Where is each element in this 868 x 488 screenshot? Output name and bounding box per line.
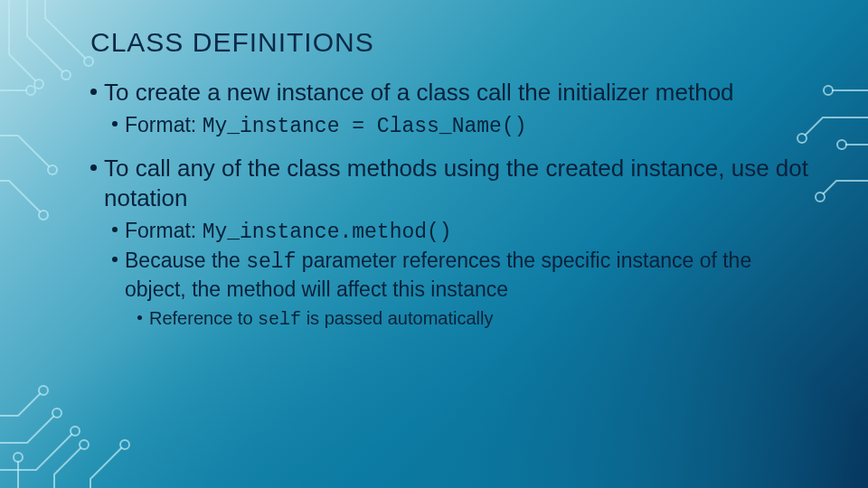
format-label: Format:: [125, 113, 203, 136]
bullet-text: Reference to self is passed automaticall…: [149, 306, 493, 332]
list-item: To call any of the class methods using t…: [90, 154, 814, 333]
bullet-text: Because the self parameter references th…: [125, 247, 814, 304]
code-snippet: self: [258, 309, 301, 330]
format-label: Format:: [125, 219, 203, 242]
svg-point-14: [80, 440, 89, 449]
bullet-icon: [112, 227, 118, 232]
svg-point-12: [39, 386, 48, 395]
text-post: is passed automatically: [301, 308, 493, 328]
bullet-text: Format: My_instance = Class_Name(): [125, 111, 526, 140]
bullet-icon: [90, 164, 97, 171]
bullet-icon: [90, 89, 97, 95]
bullet-text: To create a new instance of a class call…: [104, 78, 734, 108]
bullet-icon: [112, 257, 118, 262]
bullet-icon: [137, 315, 142, 320]
svg-point-13: [14, 453, 23, 462]
list-item: Format: My_instance = Class_Name(): [112, 111, 814, 140]
list-item: Reference to self is passed automaticall…: [137, 306, 814, 332]
bullet-list: To create a new instance of a class call…: [90, 78, 814, 333]
code-snippet: My_instance.method(): [203, 221, 452, 244]
list-item: To create a new instance of a class call…: [90, 78, 814, 141]
bullet-text: Format: My_instance.method(): [125, 217, 452, 246]
bullet-icon: [112, 121, 118, 127]
list-item: Because the self parameter references th…: [112, 247, 814, 333]
bullet-text: To call any of the class methods using t…: [104, 154, 814, 214]
slide-title: CLASS DEFINITIONS: [90, 27, 814, 58]
text-pre: Because the: [125, 249, 246, 272]
svg-point-10: [71, 427, 80, 436]
svg-point-15: [120, 440, 129, 449]
code-snippet: My_instance = Class_Name(): [203, 115, 527, 138]
list-item: Format: My_instance.method(): [112, 217, 814, 246]
slide-content: CLASS DEFINITIONS To create a new instan…: [0, 0, 868, 363]
code-snippet: self: [246, 250, 296, 274]
svg-point-11: [52, 408, 61, 418]
text-pre: Reference to: [149, 308, 258, 328]
